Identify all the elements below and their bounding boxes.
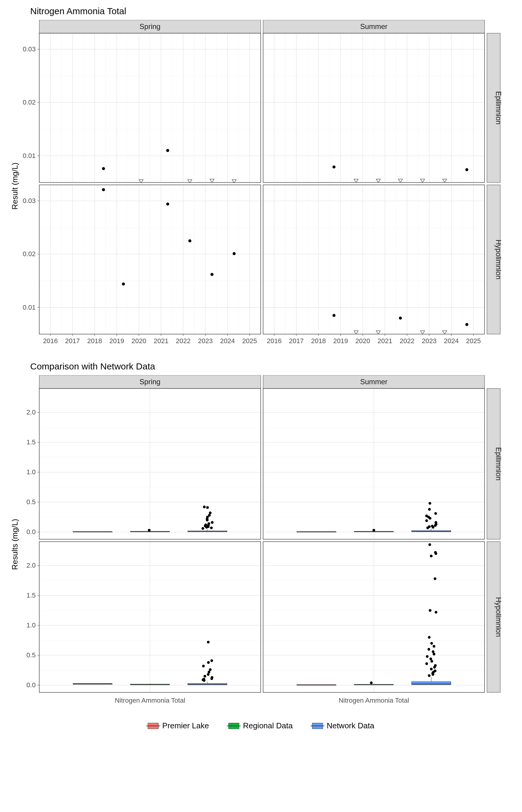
svg-point-264 [431,525,434,527]
svg-point-374 [434,551,437,554]
svg-text:Summer: Summer [360,378,387,386]
svg-point-361 [429,658,432,661]
svg-point-224 [211,521,214,524]
svg-point-371 [434,577,437,580]
svg-point-365 [427,648,430,651]
svg-point-318 [209,668,212,671]
svg-point-372 [430,555,433,557]
svg-text:Hypolimnion: Hypolimnion [495,597,503,637]
svg-point-355 [434,669,437,672]
svg-text:0.5: 0.5 [26,651,36,659]
svg-point-175 [333,314,336,317]
legend-label-network: Network Data [326,721,374,730]
svg-text:Results (mg/L): Results (mg/L) [10,519,19,570]
svg-point-312 [203,678,205,681]
svg-text:Nitrogen Ammonia Total: Nitrogen Ammonia Total [339,696,409,704]
svg-text:2.0: 2.0 [26,408,36,416]
svg-point-369 [435,611,437,613]
svg-point-123 [166,203,169,206]
svg-point-319 [202,665,205,667]
svg-text:0.02: 0.02 [23,250,36,258]
svg-point-35 [102,167,105,170]
svg-text:0.5: 0.5 [26,498,36,506]
chart1-container: Result (mg/L)Spring0.010.020.03SummerEpi… [9,20,513,352]
svg-point-317 [207,671,210,673]
legend-key-premier [148,723,159,729]
svg-point-211 [148,529,150,532]
svg-point-273 [428,508,431,510]
svg-text:2017: 2017 [289,337,304,345]
svg-point-360 [430,660,433,663]
svg-text:2021: 2021 [378,337,393,345]
svg-point-320 [207,661,209,664]
svg-point-263 [428,525,431,528]
svg-text:2023: 2023 [422,337,437,345]
svg-text:0.0: 0.0 [26,681,36,689]
svg-point-222 [204,524,207,526]
svg-text:2022: 2022 [176,337,190,345]
legend-key-network [312,723,323,729]
svg-point-363 [433,653,435,655]
svg-text:1.5: 1.5 [26,438,36,446]
svg-point-256 [373,529,375,532]
svg-text:0.0: 0.0 [26,528,36,535]
svg-text:Summer: Summer [360,22,387,31]
svg-text:2025: 2025 [242,337,257,345]
svg-point-314 [210,676,213,679]
svg-text:Epilimnion: Epilimnion [495,91,503,125]
svg-text:2019: 2019 [333,337,348,345]
svg-text:1.0: 1.0 [26,622,36,629]
svg-text:Hypolimnion: Hypolimnion [495,240,503,280]
svg-text:2018: 2018 [87,337,102,345]
svg-text:2025: 2025 [466,337,481,345]
svg-point-176 [399,317,402,320]
svg-point-321 [210,659,213,662]
svg-point-36 [166,149,169,152]
svg-text:2019: 2019 [109,337,124,345]
svg-point-274 [429,502,431,505]
svg-text:1.0: 1.0 [26,468,36,476]
svg-text:0.02: 0.02 [23,99,36,106]
svg-point-351 [428,674,430,677]
svg-point-367 [430,642,433,645]
legend-label-premier: Premier Lake [162,721,209,730]
svg-point-124 [188,239,191,242]
svg-text:Epilimnion: Epilimnion [495,447,503,481]
svg-point-229 [209,511,212,514]
svg-point-346 [370,682,373,684]
svg-point-217 [210,527,213,529]
svg-point-359 [425,662,428,665]
svg-point-177 [465,323,468,326]
svg-text:2020: 2020 [355,337,370,345]
svg-text:0.01: 0.01 [23,152,36,160]
svg-point-315 [204,675,206,677]
svg-point-272 [435,512,437,515]
svg-text:Nitrogen Ammonia Total: Nitrogen Ammonia Total [115,696,185,704]
svg-text:2.0: 2.0 [26,562,36,569]
svg-point-121 [102,188,105,191]
svg-text:2024: 2024 [444,337,459,345]
svg-point-268 [425,519,428,522]
svg-point-67 [333,165,336,168]
svg-point-366 [433,645,435,648]
svg-point-316 [207,673,209,676]
svg-point-122 [122,282,125,285]
svg-point-68 [465,168,468,171]
svg-text:Spring: Spring [140,378,160,386]
legend: Premier Lake Regional Data Network Data [9,721,513,730]
svg-text:Result (mg/L): Result (mg/L) [10,163,19,210]
svg-point-358 [434,664,437,667]
legend-label-regional: Regional Data [243,721,293,730]
svg-point-356 [430,668,433,670]
svg-point-322 [207,641,209,644]
svg-text:Spring: Spring [140,22,160,31]
svg-text:0.03: 0.03 [23,197,36,204]
svg-point-271 [425,514,428,517]
chart2-title: Comparison with Network Data [30,361,513,371]
svg-point-231 [203,506,206,508]
svg-point-216 [201,527,204,530]
svg-text:2021: 2021 [154,337,168,345]
svg-text:2016: 2016 [43,337,58,345]
legend-item-network: Network Data [312,721,374,730]
svg-text:2022: 2022 [400,337,415,345]
